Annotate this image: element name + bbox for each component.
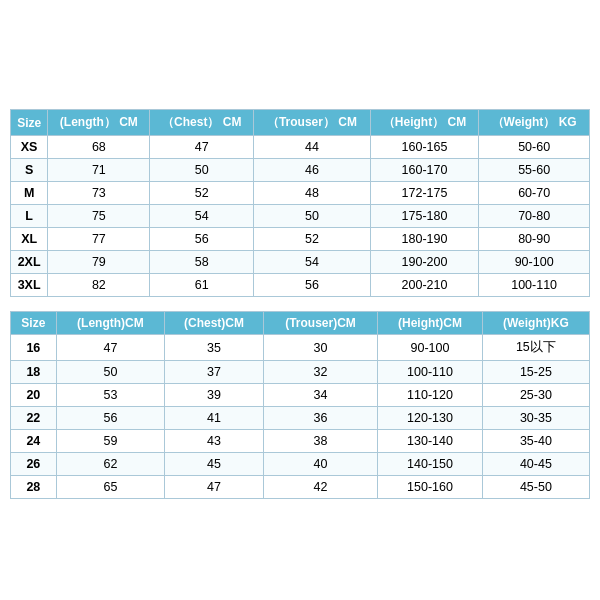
table-cell: 80-90 <box>479 228 590 251</box>
table-cell: 15-25 <box>482 361 589 384</box>
adult-title <box>10 99 590 109</box>
table-cell: 28 <box>11 476 57 499</box>
table-cell: 40 <box>263 453 377 476</box>
table-cell: 60-70 <box>479 182 590 205</box>
table-cell: 43 <box>165 430 264 453</box>
table-cell: 65 <box>56 476 164 499</box>
adult-col-header: （Weight） KG <box>479 110 590 136</box>
children-col-header: (Length)CM <box>56 312 164 335</box>
table-row: L755450175-18070-80 <box>11 205 590 228</box>
size-chart-container: Size(Length） CM（Chest） CM（Trouser） CM（He… <box>10 99 590 501</box>
adult-col-header: （Chest） CM <box>150 110 254 136</box>
table-cell: 160-170 <box>370 159 479 182</box>
table-cell: 38 <box>263 430 377 453</box>
children-title <box>10 301 590 311</box>
children-table: Size(Length)CM(Chest)CM(Trouser)CM(Heigh… <box>10 311 590 499</box>
children-col-header: (Chest)CM <box>165 312 264 335</box>
table-cell: 24 <box>11 430 57 453</box>
adult-table-body: XS684744160-16550-60S715046160-17055-60M… <box>11 136 590 297</box>
table-cell: 62 <box>56 453 164 476</box>
table-cell: 71 <box>48 159 150 182</box>
table-cell: 56 <box>254 274 371 297</box>
table-row: 3XL826156200-210100-110 <box>11 274 590 297</box>
table-cell: XL <box>11 228 48 251</box>
table-cell: 77 <box>48 228 150 251</box>
children-table-header: Size(Length)CM(Chest)CM(Trouser)CM(Heigh… <box>11 312 590 335</box>
table-cell: 16 <box>11 335 57 361</box>
children-col-header: (Height)CM <box>378 312 483 335</box>
table-cell: 32 <box>263 361 377 384</box>
table-cell: 20 <box>11 384 57 407</box>
table-cell: 40-45 <box>482 453 589 476</box>
table-cell: 100-110 <box>378 361 483 384</box>
table-cell: 35 <box>165 335 264 361</box>
table-cell: 190-200 <box>370 251 479 274</box>
table-row: 26624540140-15040-45 <box>11 453 590 476</box>
table-cell: 180-190 <box>370 228 479 251</box>
table-cell: 130-140 <box>378 430 483 453</box>
table-cell: 50 <box>150 159 254 182</box>
table-cell: 150-160 <box>378 476 483 499</box>
table-row: XS684744160-16550-60 <box>11 136 590 159</box>
table-cell: 34 <box>263 384 377 407</box>
table-row: 2XL795854190-20090-100 <box>11 251 590 274</box>
adult-col-header: （Trouser） CM <box>254 110 371 136</box>
children-col-header: (Weight)KG <box>482 312 589 335</box>
table-cell: 175-180 <box>370 205 479 228</box>
table-cell: 55-60 <box>479 159 590 182</box>
table-cell: 110-120 <box>378 384 483 407</box>
table-cell: 50 <box>254 205 371 228</box>
table-cell: 37 <box>165 361 264 384</box>
table-cell: 52 <box>254 228 371 251</box>
table-cell: 59 <box>56 430 164 453</box>
table-row: 24594338130-14035-40 <box>11 430 590 453</box>
table-cell: S <box>11 159 48 182</box>
table-cell: 50 <box>56 361 164 384</box>
table-cell: 46 <box>254 159 371 182</box>
table-cell: 36 <box>263 407 377 430</box>
table-cell: 160-165 <box>370 136 479 159</box>
table-cell: 120-130 <box>378 407 483 430</box>
table-cell: 42 <box>263 476 377 499</box>
adult-col-header: (Length） CM <box>48 110 150 136</box>
table-cell: 56 <box>150 228 254 251</box>
table-row: 28654742150-16045-50 <box>11 476 590 499</box>
table-cell: 54 <box>254 251 371 274</box>
table-row: M735248172-17560-70 <box>11 182 590 205</box>
table-cell: 41 <box>165 407 264 430</box>
table-cell: 70-80 <box>479 205 590 228</box>
adult-section: Size(Length） CM（Chest） CM（Trouser） CM（He… <box>10 99 590 297</box>
table-cell: 100-110 <box>479 274 590 297</box>
table-cell: 35-40 <box>482 430 589 453</box>
children-table-body: 1647353090-10015以下18503732100-11015-2520… <box>11 335 590 499</box>
table-cell: M <box>11 182 48 205</box>
table-cell: 75 <box>48 205 150 228</box>
table-row: S715046160-17055-60 <box>11 159 590 182</box>
children-col-header: (Trouser)CM <box>263 312 377 335</box>
table-cell: 90-100 <box>479 251 590 274</box>
table-cell: 52 <box>150 182 254 205</box>
adult-table: Size(Length） CM（Chest） CM（Trouser） CM（He… <box>10 109 590 297</box>
table-row: 20533934110-12025-30 <box>11 384 590 407</box>
adult-col-header: （Height） CM <box>370 110 479 136</box>
children-col-header: Size <box>11 312 57 335</box>
table-cell: 50-60 <box>479 136 590 159</box>
table-cell: L <box>11 205 48 228</box>
table-cell: 90-100 <box>378 335 483 361</box>
table-cell: 172-175 <box>370 182 479 205</box>
table-cell: 30 <box>263 335 377 361</box>
table-cell: 45 <box>165 453 264 476</box>
table-row: 1647353090-10015以下 <box>11 335 590 361</box>
table-cell: 25-30 <box>482 384 589 407</box>
children-header-row: Size(Length)CM(Chest)CM(Trouser)CM(Heigh… <box>11 312 590 335</box>
table-cell: 47 <box>150 136 254 159</box>
table-cell: 56 <box>56 407 164 430</box>
adult-table-header: Size(Length） CM（Chest） CM（Trouser） CM（He… <box>11 110 590 136</box>
table-cell: 58 <box>150 251 254 274</box>
table-row: 22564136120-13030-35 <box>11 407 590 430</box>
table-cell: 2XL <box>11 251 48 274</box>
table-cell: 26 <box>11 453 57 476</box>
table-cell: 47 <box>56 335 164 361</box>
table-cell: 73 <box>48 182 150 205</box>
table-cell: 30-35 <box>482 407 589 430</box>
